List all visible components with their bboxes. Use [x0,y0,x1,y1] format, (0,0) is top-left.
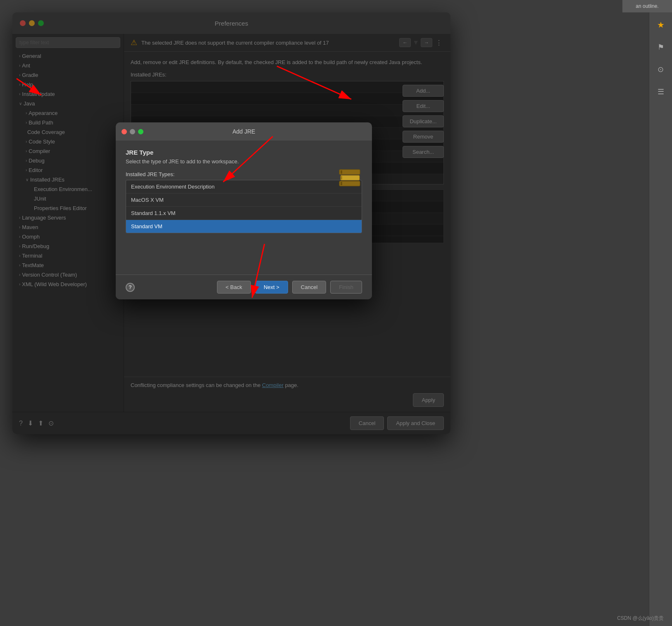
dialog-traffic-lights [122,129,143,134]
svg-rect-0 [339,170,360,174]
svg-rect-8 [341,182,342,185]
dialog-overlay: Add JRE JRE Type Select the type of JRE … [12,12,450,434]
jre-type-standard-11x[interactable]: Standard 1.1.x VM [126,207,362,220]
dialog-help-icon[interactable]: ? [126,283,135,292]
finish-button[interactable]: Finish [330,281,362,294]
dialog-body: JRE Type Select the type of JRE to add t… [116,141,372,275]
next-button[interactable]: Next > [255,281,288,294]
dialog-minimize-button[interactable] [130,129,135,134]
attribution: CSDN @么(yāo)贵贵 [617,615,664,622]
dialog-title: Add JRE [232,128,255,135]
taskbar-text: an outline. [636,3,658,9]
dialog-section-title: JRE Type [126,149,362,156]
side-icons: ★ ⚑ ⊙ ☰ [649,12,672,626]
preferences-window: Preferences › General › Ant › Gradle › H… [12,12,450,434]
svg-rect-2 [341,175,360,180]
side-icon-4[interactable]: ☰ [652,83,670,101]
dialog-section-subtitle: Select the type of JRE to add to the wor… [126,158,316,165]
jre-type-standard-vm[interactable]: Standard VM [126,220,362,233]
back-button[interactable]: < Back [217,281,251,294]
side-icon-3[interactable]: ⊙ [652,60,670,79]
svg-rect-6 [341,170,342,174]
dialog-cancel-button[interactable]: Cancel [292,281,326,294]
dialog-title-bar: Add JRE [116,122,372,141]
dialog-maximize-button[interactable] [138,129,143,134]
jre-type-list: Execution Environment Description MacOS … [126,180,362,233]
dialog-bottom-row: ? < Back Next > Cancel Finish [116,275,372,299]
svg-rect-4 [339,181,360,186]
taskbar-top: an outline. [622,0,672,12]
jre-type-exec-env[interactable]: Execution Environment Description [126,180,362,194]
jre-type-macos-vm[interactable]: MacOS X VM [126,194,362,207]
dialog-close-button[interactable] [122,129,127,134]
jre-list-label: Installed JRE Types: [126,171,362,177]
side-icon-2[interactable]: ⚑ [652,38,670,56]
jre-icon [337,165,362,192]
side-icon-1[interactable]: ★ [652,16,670,34]
dialog-spacer [126,233,362,266]
add-jre-dialog: Add JRE JRE Type Select the type of JRE … [116,122,372,299]
svg-rect-7 [341,176,342,179]
